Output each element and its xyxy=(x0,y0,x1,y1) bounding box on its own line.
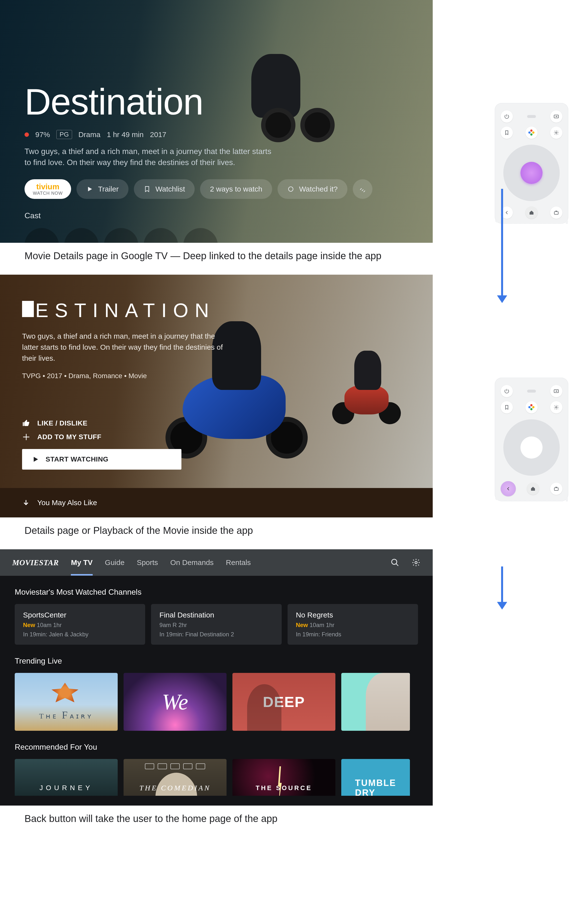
remote-dpad[interactable] xyxy=(503,419,560,476)
back-arrow-icon xyxy=(505,486,511,492)
home-icon xyxy=(530,486,536,492)
plus-icon xyxy=(22,433,30,441)
tab-on-demands[interactable]: On Demands xyxy=(170,550,214,575)
tab-my-tv[interactable]: My TV xyxy=(71,550,92,575)
channel-card[interactable]: No Regrets New 10am 1hr In 19min: Friend… xyxy=(288,604,418,645)
year-label: 2017 xyxy=(150,130,166,139)
circle-icon xyxy=(287,186,294,193)
remote-settings-button[interactable] xyxy=(550,401,562,413)
remote-2 xyxy=(495,378,568,501)
thumb-up-icon xyxy=(22,419,30,427)
svg-rect-5 xyxy=(554,212,558,214)
remote-settings-button[interactable] xyxy=(550,127,562,139)
app-synopsis: Two guys, a thief and a rich man, meet i… xyxy=(22,330,226,364)
remote-assistant-button[interactable] xyxy=(525,127,538,139)
rec-poster-source[interactable]: THE SOURCE xyxy=(232,759,335,796)
tab-sports[interactable]: Sports xyxy=(137,550,158,575)
channel-card[interactable]: SportsCenter New 10am 1hr In 19min: Jale… xyxy=(15,604,145,645)
cast-strip xyxy=(0,228,433,243)
watchlist-button[interactable]: Watchlist xyxy=(134,179,195,199)
bookmark-icon xyxy=(504,130,510,135)
more-actions-button[interactable] xyxy=(353,179,372,199)
remote-bookmark-button[interactable] xyxy=(501,401,513,413)
also-label: You May Also Like xyxy=(37,498,97,507)
recommended-row: JOURNEY THE COMEDIAN THE SOURCE TUMBLE D… xyxy=(0,759,433,796)
play-icon xyxy=(86,186,93,193)
you-may-also-like-row[interactable]: You May Also Like xyxy=(0,488,433,517)
title-rest: ESTINATION xyxy=(35,299,215,321)
assistant-icon xyxy=(528,404,535,411)
trailer-button[interactable]: Trailer xyxy=(76,179,128,199)
app-movie-title: ESTINATION xyxy=(22,299,433,322)
rec-poster-tumble-dry[interactable]: TUMBLE DRY xyxy=(341,759,410,796)
remote-assistant-button[interactable] xyxy=(525,401,538,413)
rec-poster-journey[interactable]: JOURNEY xyxy=(15,759,118,796)
arrow-down-icon xyxy=(22,499,30,507)
remote-dpad[interactable] xyxy=(503,145,560,201)
trending-poster-fairy[interactable]: Tʜᴇ Fᴀɪʀʏ xyxy=(15,673,118,731)
remote-select-button[interactable] xyxy=(520,437,543,459)
remote-mic-icon xyxy=(527,389,536,393)
gear-icon xyxy=(553,404,559,410)
remote-power-button[interactable] xyxy=(501,385,513,397)
provider-sub: WATCH NOW xyxy=(33,191,63,195)
watched-label: Watched it? xyxy=(299,185,338,193)
tv-icon xyxy=(553,210,559,216)
flow-arrow-2 xyxy=(495,566,509,610)
channel-line2: In 19min: Final Destination 2 xyxy=(159,631,273,638)
section-channels-title: Moviestar's Most Watched Channels xyxy=(0,576,433,604)
google-tv-details-screen: Destination 97% PG Drama 1 hr 49 min 201… xyxy=(0,0,433,243)
remote-home-button[interactable] xyxy=(525,206,538,219)
channel-line1: New 10am 1hr xyxy=(296,622,410,629)
remote-input-button[interactable] xyxy=(550,385,562,397)
channel-title: SportsCenter xyxy=(23,611,137,619)
svg-point-1 xyxy=(392,559,397,564)
channel-title: No Regrets xyxy=(296,611,410,619)
rating-badge: PG xyxy=(56,130,72,139)
caption-3: Back button will take the user to the ho… xyxy=(0,805,433,837)
remote-power-button[interactable] xyxy=(501,111,513,123)
app-home-screen: MOVIESTAR My TV Guide Sports On Demands … xyxy=(0,549,433,805)
remote-mic-icon xyxy=(527,115,536,118)
ways-to-watch-button[interactable]: 2 ways to watch xyxy=(200,179,272,199)
watch-now-button[interactable]: tivium WATCH NOW xyxy=(25,179,71,199)
bookmark-icon xyxy=(144,186,150,193)
tv-icon xyxy=(553,486,559,492)
rec-poster-comedian[interactable]: THE COMEDIAN xyxy=(124,759,227,796)
tab-rentals[interactable]: Rentals xyxy=(226,550,251,575)
channel-line2: In 19min: Jalen & Jackby xyxy=(23,631,137,638)
input-icon xyxy=(553,114,559,119)
like-dislike-button[interactable]: LIKE / DISLIKE xyxy=(22,419,433,427)
gear-icon[interactable] xyxy=(412,558,420,567)
remote-home-button[interactable] xyxy=(527,483,539,495)
like-label: LIKE / DISLIKE xyxy=(37,419,87,427)
svg-point-2 xyxy=(415,561,417,564)
remote-bookmark-button[interactable] xyxy=(501,127,513,139)
arrow-down-icon xyxy=(495,189,509,304)
match-dot-icon xyxy=(25,132,29,137)
add-to-stuff-button[interactable]: ADD TO MY STUFF xyxy=(22,433,433,441)
trending-poster-we[interactable]: We xyxy=(124,673,227,731)
arrow-down-icon xyxy=(495,566,509,610)
tab-guide[interactable]: Guide xyxy=(105,550,125,575)
remote-back-button-highlighted[interactable] xyxy=(501,481,516,496)
trailer-label: Trailer xyxy=(98,185,119,193)
watched-it-button[interactable]: Watched it? xyxy=(278,179,347,199)
play-icon xyxy=(32,455,39,463)
channel-line1: 9am R 2hr xyxy=(159,622,273,629)
trending-poster-my-only-one[interactable]: MY ONLY ONE xyxy=(341,673,410,731)
channel-title: Final Destination xyxy=(159,611,273,619)
remote-select-button[interactable] xyxy=(520,162,543,184)
remote-live-tv-button[interactable] xyxy=(550,206,562,219)
trending-poster-deep[interactable]: DEEP xyxy=(232,673,335,731)
add-label: ADD TO MY STUFF xyxy=(37,433,102,441)
search-icon[interactable] xyxy=(390,558,399,567)
channel-cards-row: SportsCenter New 10am 1hr In 19min: Jale… xyxy=(0,604,433,645)
svg-point-0 xyxy=(288,186,293,191)
gear-icon xyxy=(553,130,559,135)
remote-live-tv-button[interactable] xyxy=(550,483,562,495)
channel-card[interactable]: Final Destination 9am R 2hr In 19min: Fi… xyxy=(151,604,282,645)
remote-input-button[interactable] xyxy=(550,111,562,123)
start-watching-button[interactable]: START WATCHING xyxy=(22,449,181,470)
caption-1: Movie Details page in Google TV — Deep l… xyxy=(0,243,433,275)
